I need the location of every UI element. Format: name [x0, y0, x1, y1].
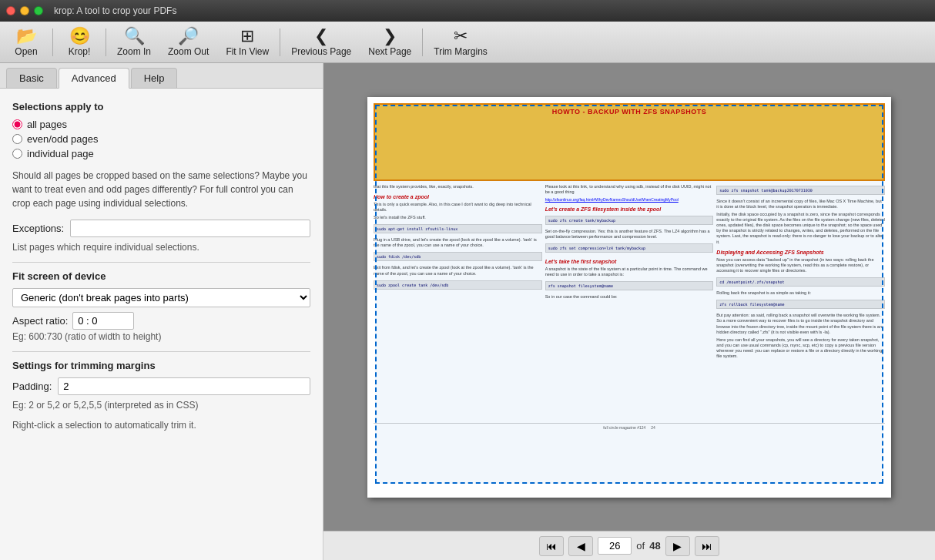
main-area: Basic Advanced Help Selections apply to …: [0, 63, 935, 560]
prev-page-nav-icon: ◀: [577, 540, 585, 552]
fit-screen-title: Fit screen of device: [12, 270, 310, 282]
pdf-col2-link: http://zfsonlinux.org/faq.html#WhyDevNam…: [545, 197, 714, 202]
zoom-out-button[interactable]: 🔎 Zoom Out: [160, 25, 216, 60]
total-pages: 48: [649, 540, 660, 552]
of-label: of: [636, 540, 645, 552]
pdf-page-num: 24: [651, 425, 655, 430]
krop-button[interactable]: 😊 Krop!: [56, 25, 102, 60]
separator: [280, 29, 280, 56]
pdf-col1-p3: So let's install the ZFS stuff.: [374, 215, 542, 220]
exceptions-label: Exceptions:: [12, 223, 64, 234]
pdf-col2-code3: zfs snapshot filesystem@name: [545, 281, 714, 290]
selections-title: Selections apply to: [12, 101, 310, 112]
radio-even-odd[interactable]: even/odd pages: [12, 133, 310, 145]
selections-description: Should all pages be cropped based on the…: [12, 169, 310, 210]
radio-all-pages[interactable]: all pages: [12, 119, 310, 130]
open-icon: 📂: [16, 28, 37, 45]
pdf-col3-code1: sudo zfs snapshot tank@backup20170731030: [716, 186, 885, 195]
separator: [106, 29, 106, 56]
pdf-area: HOWTO - BACKUP WITH ZFS SNAPSHOTS that t…: [323, 63, 935, 560]
pdf-col2-p1: Please look at this link, to understand …: [545, 184, 714, 195]
prev-page-button[interactable]: ❮ Previous Page: [283, 25, 359, 60]
aspect-hint: Eg: 600:730 (ratio of width to height): [12, 331, 310, 342]
fit-in-view-label: Fit In View: [226, 46, 269, 57]
next-page-nav-button[interactable]: ▶: [665, 536, 690, 556]
pdf-col-2: Please look at this link, to understand …: [545, 184, 714, 421]
zoom-in-button[interactable]: 🔍 Zoom In: [109, 25, 159, 60]
pdf-col1-h1: How to create a zpool: [374, 194, 542, 200]
separator: [12, 262, 310, 263]
open-label: Open: [15, 46, 37, 57]
close-button[interactable]: [6, 6, 15, 15]
toolbar: 📂 Open 😊 Krop! 🔍 Zoom In 🔎 Zoom Out ⊞ Fi…: [0, 22, 935, 63]
window-title: krop: A tool to crop your PDFs: [54, 5, 176, 16]
pdf-col4-p1: Rolling back the snapshot is as simple a…: [716, 290, 885, 296]
pdf-col1-code2: sudo fdisk /dev/sdb: [374, 252, 542, 261]
prev-page-icon: ❮: [314, 28, 328, 45]
fit-in-view-button[interactable]: ⊞ Fit In View: [218, 25, 276, 60]
pdf-col2-p4: So in our case the command could be:: [545, 294, 714, 300]
pdf-col1-p5: Exit from fdisk, and let's create the zp…: [374, 265, 542, 276]
padding-hint: Eg: 2 or 5,2 or 5,2,5,5 (interpreted as …: [12, 400, 310, 411]
aspect-label: Aspect ratio:: [12, 315, 68, 327]
pdf-col2-h1: Let's create a ZFS filesystem inside the…: [545, 206, 714, 212]
trim-margins-icon: ✂: [454, 28, 468, 45]
padding-row: Padding:: [12, 377, 310, 395]
sidebar-content: Selections apply to all pages even/odd p…: [0, 89, 323, 560]
last-page-button[interactable]: ⏭: [695, 536, 719, 556]
next-page-button[interactable]: ❯ Next Page: [360, 25, 419, 60]
tab-basic[interactable]: Basic: [6, 68, 57, 88]
pdf-col-3: sudo zfs snapshot tank@backup20170731030…: [716, 184, 885, 421]
aspect-input[interactable]: [72, 312, 134, 330]
current-page-input[interactable]: [598, 537, 632, 555]
pdf-header: HOWTO - BACKUP WITH ZFS SNAPSHOTS: [374, 103, 885, 181]
pdf-col3-p3: Now you can access data "backed up" in t…: [716, 257, 885, 273]
pdf-col4-p3: Here you can find all your snapshots, yo…: [716, 337, 885, 360]
trim-margins-button[interactable]: ✂ Trim Margins: [426, 25, 495, 60]
pdf-col2-code1: sudo zfs create tank/mybackup: [545, 216, 714, 225]
separator2: [12, 351, 310, 352]
krop-label: Krop!: [69, 46, 91, 57]
last-page-icon: ⏭: [702, 540, 712, 552]
titlebar: krop: A tool to crop your PDFs: [0, 0, 935, 22]
minimize-button[interactable]: [20, 6, 29, 15]
prev-page-nav-button[interactable]: ◀: [568, 536, 593, 556]
pdf-canvas[interactable]: HOWTO - BACKUP WITH ZFS SNAPSHOTS that t…: [323, 63, 935, 531]
pdf-col2-h2: Let's take the first snapshot: [545, 259, 714, 264]
next-page-icon: ❯: [383, 28, 397, 45]
zoom-out-icon: 🔎: [178, 28, 199, 45]
pdf-col1-p1: that this file system provides, like, ex…: [374, 184, 542, 189]
pdf-content: HOWTO - BACKUP WITH ZFS SNAPSHOTS that t…: [367, 97, 891, 498]
first-page-icon: ⏮: [546, 540, 557, 552]
pdf-col1-p4: Plug in a USB drive, and let's create th…: [374, 237, 542, 248]
padding-label: Padding:: [12, 381, 52, 392]
pdf-col3-code2: cd /mountpoint/.zfs/snapshot: [716, 277, 885, 287]
maximize-button[interactable]: [34, 6, 43, 15]
zoom-in-label: Zoom In: [117, 46, 151, 57]
krop-icon: 😊: [69, 28, 90, 45]
pdf-col2-p2: Set on-the-fly compression. Yes: this is…: [545, 229, 714, 240]
pdf-footer-text: full circle magazine #124: [603, 425, 645, 430]
trim-margins-label: Trim Margins: [434, 46, 488, 57]
padding-input[interactable]: [58, 377, 310, 395]
fit-in-view-icon: ⊞: [240, 28, 254, 45]
open-button[interactable]: 📂 Open: [3, 25, 49, 60]
trim-title: Settings for trimming margins: [12, 360, 310, 371]
pdf-col1-code1: sudo apt-get install zfsutils-linux: [374, 224, 542, 233]
prev-page-label: Previous Page: [291, 46, 351, 57]
device-select[interactable]: Generic (don't break pages into parts)Cu…: [12, 288, 310, 307]
pdf-col2-code2: sudo zfs set compression=lz4 tank/myback…: [545, 243, 714, 253]
exceptions-input[interactable]: [70, 220, 310, 237]
tab-advanced[interactable]: Advanced: [59, 68, 129, 89]
pdf-page: HOWTO - BACKUP WITH ZFS SNAPSHOTS that t…: [367, 97, 891, 498]
right-click-hint: Right-click a selection to automatically…: [12, 420, 310, 431]
exceptions-row: Exceptions:: [12, 220, 310, 237]
tab-help[interactable]: Help: [131, 68, 178, 88]
pdf-col4-p2: But pay attention: as said, rolling back…: [716, 313, 885, 335]
radio-individual[interactable]: individual page: [12, 148, 310, 159]
first-page-button[interactable]: ⏮: [539, 536, 564, 556]
pdf-footer: full circle magazine #124 24: [374, 423, 885, 491]
next-page-label: Next Page: [368, 46, 411, 57]
device-section: Fit screen of device Generic (don't brea…: [12, 270, 310, 342]
pdf-col2-p3: A snapshot is the state of the file syst…: [545, 267, 714, 277]
